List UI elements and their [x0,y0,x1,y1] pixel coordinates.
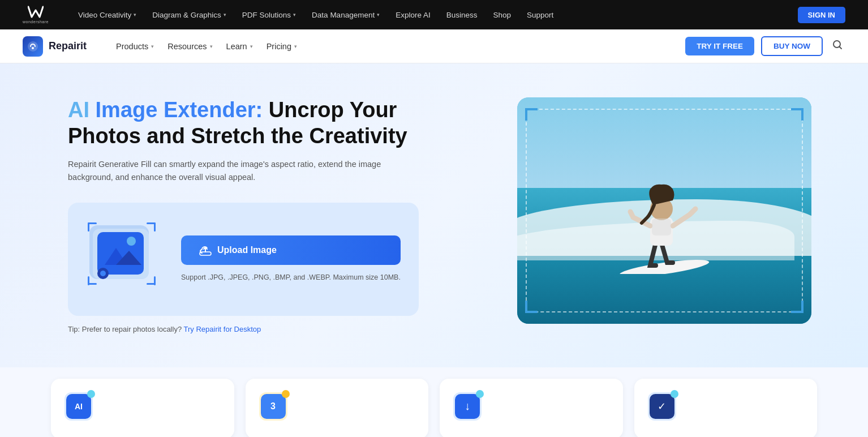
nav-support[interactable]: Support [527,11,553,19]
try-free-button[interactable]: TRY IT FREE [685,37,754,55]
crop-corner-tl [525,108,538,121]
nav-data-management[interactable]: Data Management ▾ [312,11,380,19]
card-dot [476,390,484,398]
chevron-down-icon: ▾ [250,44,253,49]
card-icon-download: ↓ [453,392,482,421]
svg-point-18 [100,271,106,276]
svg-rect-12 [154,222,156,232]
svg-point-1 [32,47,34,49]
chevron-down-icon: ▾ [294,44,297,49]
nav-learn[interactable]: Learn ▾ [226,42,253,51]
upload-support-text: Support .JPG, .JPEG, .PNG, .BMP, and .WE… [181,272,401,283]
hero-tip: Tip: Prefer to repair photos locally? Tr… [68,325,472,333]
nav-diagram-graphics[interactable]: Diagram & Graphics ▾ [152,11,226,19]
nav-pdf-solutions[interactable]: PDF Solutions ▾ [242,11,296,19]
nav-shop[interactable]: Shop [493,11,512,19]
card-icon-shield: ✓ [648,392,676,421]
chevron-down-icon: ▾ [134,12,136,18]
nav-video-creativity[interactable]: Video Creativity ▾ [78,11,136,19]
card-dot [671,390,678,398]
hero-subtitle: Repairit Generative Fill can smartly exp… [68,158,385,184]
card-icon-ai: AI [65,392,93,421]
chevron-down-icon: ▾ [151,44,154,49]
svg-rect-10 [88,222,89,232]
feature-card-ai: AI [51,379,234,437]
hero-title: AI Image Extender: Uncrop Your Photos an… [68,97,472,149]
crop-corner-bl [525,301,538,313]
crop-overlay [526,109,803,312]
feature-cards-row: AI 3 ↓ ✓ [0,367,868,437]
second-nav-links: Products ▾ Resources ▾ Learn ▾ Pricing ▾ [116,42,667,51]
nav-business[interactable]: Business [446,11,478,19]
hero-title-image-extender: Image Extender: [96,98,263,122]
repairit-icon [23,36,43,57]
upload-cloud-icon [199,244,212,256]
chevron-down-icon: ▾ [377,12,380,18]
svg-point-0 [28,41,38,52]
hero-right [506,97,823,324]
secondary-navigation: Repairit Products ▾ Resources ▾ Learn ▾ … [0,29,868,63]
wondershare-logo[interactable]: wondershare [23,6,49,24]
hero-left: AI Image Extender: Uncrop Your Photos an… [68,97,472,333]
feature-card-repair: 3 [246,379,429,437]
upload-right: Upload Image Support .JPG, .JPEG, .PNG, … [181,235,401,283]
card-dot [87,390,95,398]
chevron-down-icon: ▾ [224,12,226,18]
try-desktop-link[interactable]: Try Repairit for Desktop [184,325,261,333]
sign-in-button[interactable]: SIGN IN [798,7,845,23]
top-nav-links: Video Creativity ▾ Diagram & Graphics ▾ … [78,11,780,19]
svg-point-8 [127,237,136,246]
feature-card-download: ↓ [440,379,623,437]
nav-explore-ai[interactable]: Explore AI [396,11,431,19]
search-button[interactable] [830,37,845,55]
repairit-logo[interactable]: Repairit [23,36,87,57]
surfer-image-container [517,97,811,324]
hero-section: AI Image Extender: Uncrop Your Photos an… [0,63,868,367]
repairit-brand-name: Repairit [49,40,87,52]
top-navigation: wondershare Video Creativity ▾ Diagram &… [0,0,868,29]
hero-title-ai: AI [68,98,96,122]
svg-rect-16 [154,276,156,285]
card-icon-repair: 3 [259,392,287,421]
chevron-down-icon: ▾ [293,12,296,18]
search-icon [832,39,843,50]
second-nav-right: TRY IT FREE BUY NOW [685,36,845,56]
wondershare-name: wondershare [23,20,49,24]
chevron-down-icon: ▾ [210,44,213,49]
nav-products[interactable]: Products ▾ [116,42,154,51]
upload-area: Upload Image Support .JPG, .JPEG, .PNG, … [68,203,419,316]
crop-corner-tr [791,108,803,121]
nav-pricing[interactable]: Pricing ▾ [267,42,297,51]
crop-corner-br [791,301,803,313]
upload-illustration [85,220,164,299]
svg-rect-14 [88,283,97,285]
buy-now-button[interactable]: BUY NOW [761,36,823,56]
nav-resources[interactable]: Resources ▾ [167,42,212,51]
feature-card-shield: ✓ [634,379,818,437]
upload-image-button[interactable]: Upload Image [181,235,401,265]
card-dot [282,390,290,398]
